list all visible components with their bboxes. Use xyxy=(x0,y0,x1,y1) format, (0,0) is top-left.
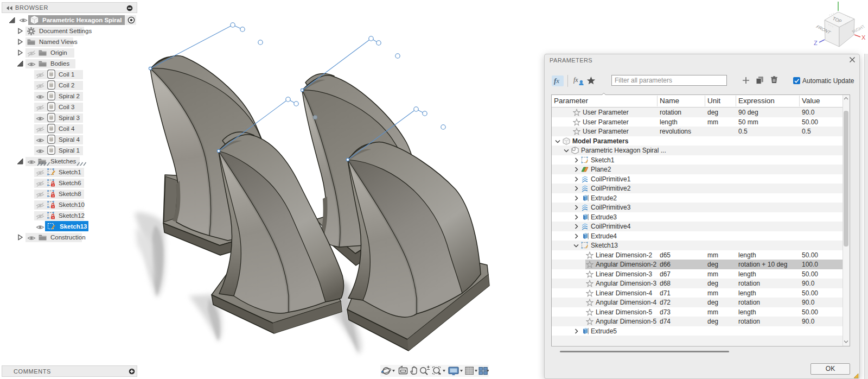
svg-text:Z: Z xyxy=(814,40,818,46)
svg-text:X: X xyxy=(861,34,866,41)
